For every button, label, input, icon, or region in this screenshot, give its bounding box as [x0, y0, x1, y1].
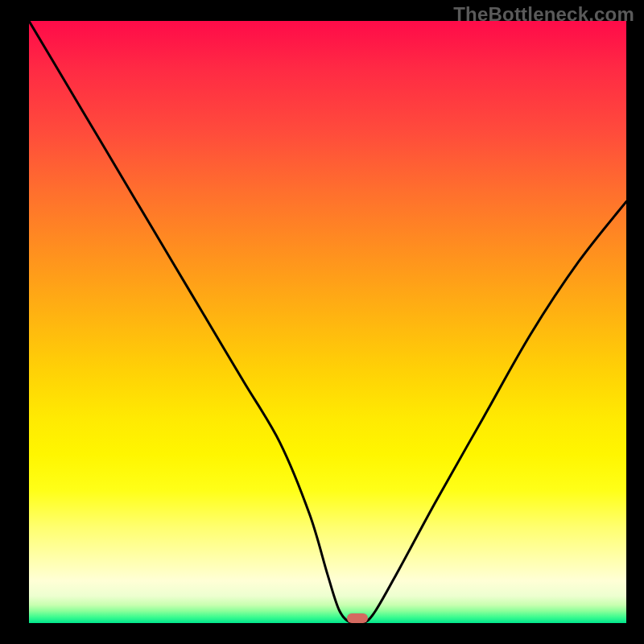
watermark-text: TheBottleneck.com [453, 3, 634, 26]
curve-svg [29, 21, 626, 623]
plot-area [29, 21, 626, 623]
bottleneck-curve-line [29, 21, 626, 623]
optimal-point-marker [347, 613, 368, 623]
